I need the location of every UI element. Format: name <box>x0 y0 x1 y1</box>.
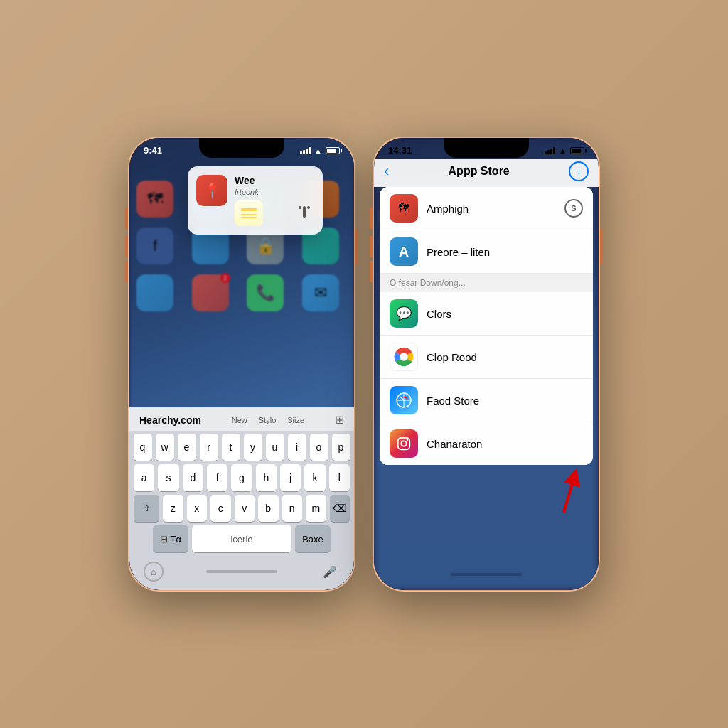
key-z[interactable]: z <box>163 495 183 522</box>
key-x[interactable]: x <box>187 495 208 522</box>
key-delete[interactable]: ⌫ <box>330 495 350 522</box>
key-p[interactable]: p <box>332 434 350 461</box>
battery-icon-1 <box>326 147 340 154</box>
mic-icon-button[interactable]: 🎤 <box>320 562 340 582</box>
clop-rood-icon <box>390 343 418 371</box>
toolbar-option-style[interactable]: Stylo <box>259 416 276 424</box>
key-k[interactable]: k <box>304 464 325 491</box>
key-n[interactable]: n <box>282 495 303 522</box>
key-w[interactable]: w <box>156 434 174 461</box>
svg-rect-1 <box>299 206 301 209</box>
amphigh-label: Amphigh <box>427 203 564 215</box>
key-q[interactable]: q <box>134 434 152 461</box>
key-l[interactable]: l <box>329 464 350 491</box>
app-icon-phone: 📞 <box>247 274 284 311</box>
svg-rect-0 <box>303 206 306 218</box>
key-row-3: ⇧ z x c v b n m ⌫ <box>134 495 350 522</box>
clors-label: Clors <box>427 308 583 320</box>
svg-point-10 <box>401 441 406 446</box>
context-app-icon: 📍 <box>196 175 228 206</box>
status-icons-2: ▲ <box>545 146 584 155</box>
key-bottom-left[interactable]: ⊞ Tα <box>153 525 188 552</box>
notes-icon <box>235 200 263 226</box>
svg-rect-2 <box>307 206 310 209</box>
key-shift[interactable]: ⇧ <box>134 495 159 522</box>
faod-store-label: Faod Store <box>427 395 583 407</box>
clors-icon: 💬 <box>390 299 418 328</box>
wifi-icon-1: ▲ <box>314 146 322 155</box>
keyboard-rows: q w e r t y u i o p a <box>129 431 354 559</box>
list-item-preore[interactable]: A Preore – liten <box>380 230 593 274</box>
faod-store-icon <box>390 386 418 414</box>
key-y[interactable]: y <box>244 434 262 461</box>
key-space[interactable]: icerie <box>192 525 291 552</box>
toolbar-option-size[interactable]: Siize <box>287 416 304 424</box>
context-menu-card[interactable]: 📍 Wee Irtponk <box>188 166 323 235</box>
list-item-faod-store[interactable]: Faod Store <box>380 379 593 422</box>
phone-1: 9:41 ▲ <box>128 136 355 592</box>
keyboard-toolbar: Hearchy.com New Stylo Siize ⊞ <box>129 407 354 431</box>
app-icon-9 <box>136 274 173 311</box>
context-app-name: Wee <box>235 175 314 186</box>
toolbar-options: New Stylo Siize <box>232 416 304 424</box>
toolbar-title: Hearchy.com <box>139 414 201 426</box>
status-icons-1: ▲ <box>300 146 340 155</box>
key-bottom-right[interactable]: Baxe <box>295 525 331 552</box>
svg-line-13 <box>551 477 587 513</box>
key-g[interactable]: g <box>231 464 252 491</box>
nav-back-button[interactable]: ‹ <box>384 162 389 181</box>
svg-marker-8 <box>402 396 408 399</box>
chanaraton-icon <box>390 429 418 458</box>
key-j[interactable]: j <box>280 464 301 491</box>
key-s[interactable]: s <box>158 464 178 491</box>
key-row-2: a s d f g h j k l <box>134 464 350 491</box>
svg-point-11 <box>407 439 409 441</box>
status-time-1: 9:41 <box>144 145 162 156</box>
app-icon-mail: ✉ <box>302 274 339 311</box>
home-icon-button[interactable]: ⌂ <box>144 562 164 582</box>
phone-2: 14:31 ▲ <box>373 136 600 592</box>
key-i[interactable]: i <box>288 434 306 461</box>
key-r[interactable]: r <box>200 434 218 461</box>
keyboard-bottom-bar: ⌂ 🎤 <box>129 559 354 582</box>
key-m[interactable]: m <box>306 495 326 522</box>
key-c[interactable]: c <box>210 495 231 522</box>
preore-label: Preore – liten <box>427 246 583 258</box>
toolbar-option-new[interactable]: New <box>232 416 247 424</box>
key-a[interactable]: a <box>134 464 154 491</box>
app-icon-fb: f <box>136 228 173 264</box>
search-separator: O fesar Down/ong... <box>380 274 593 292</box>
amphigh-icon: 🗺 <box>390 194 418 223</box>
context-arrow-icon <box>296 203 313 225</box>
key-e[interactable]: e <box>178 434 196 461</box>
toolbar-grid-icon: ⊞ <box>335 413 344 427</box>
key-t[interactable]: t <box>222 434 240 461</box>
list-item-amphigh[interactable]: 🗺 Amphigh S <box>380 187 593 230</box>
list-item-clors[interactable]: 💬 Clors <box>380 292 593 336</box>
notch-2 <box>444 138 529 158</box>
list-item-chanaraton[interactable]: Chanaraton <box>380 422 593 465</box>
notch-1 <box>199 138 284 158</box>
keyboard[interactable]: Hearchy.com New Stylo Siize ⊞ q w <box>129 407 354 590</box>
chanaraton-label: Chanaraton <box>427 438 583 450</box>
app-icon-maps: 🗺 <box>136 181 173 218</box>
key-v[interactable]: v <box>235 495 255 522</box>
key-h[interactable]: h <box>256 464 277 491</box>
key-d[interactable]: d <box>183 464 203 491</box>
key-o[interactable]: o <box>310 434 328 461</box>
home-indicator-1 <box>206 570 277 573</box>
nav-title: Appp Store <box>449 165 510 178</box>
signal-icon-2 <box>545 147 555 154</box>
preore-icon: A <box>390 237 418 266</box>
key-row-1: q w e r t y u i o p <box>134 434 350 461</box>
key-u[interactable]: u <box>266 434 284 461</box>
list-item-clop-rood[interactable]: Clop Rood <box>380 336 593 379</box>
key-f[interactable]: f <box>207 464 228 491</box>
wifi-icon-2: ▲ <box>559 146 567 155</box>
context-app-sub: Irtponk <box>235 188 314 196</box>
clop-rood-label: Clop Rood <box>427 351 583 363</box>
key-b[interactable]: b <box>258 495 279 522</box>
nav-action-icon[interactable]: ↓ <box>569 161 589 181</box>
key-row-4: ⊞ Tα icerie Baxe <box>134 525 350 552</box>
status-time-2: 14:31 <box>388 145 412 156</box>
